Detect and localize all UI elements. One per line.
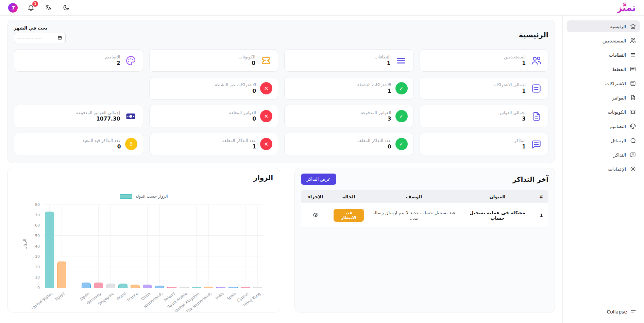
y-axis-tick-label: 0 — [26, 286, 40, 290]
tickets-column-header: الوصف — [367, 190, 461, 203]
y-axis-tick-label: 80 — [26, 202, 40, 207]
x-axis-tick-label: France — [126, 291, 139, 303]
page-title: الرئيسية — [519, 31, 548, 39]
palette-icon — [630, 123, 636, 129]
sidebar-item-7[interactable]: التصاميم — [567, 120, 640, 132]
dark-mode-button[interactable] — [63, 4, 71, 12]
bar-Saudi Arabia[interactable] — [180, 287, 189, 288]
sidebar-item-3[interactable]: الخطط — [567, 63, 640, 75]
visitors-bar-chart: 01020304050607080الزوارUnited StatesEgyp… — [21, 201, 273, 312]
bar-United States[interactable] — [45, 212, 54, 288]
month-input-value: --------- ---- — [17, 36, 43, 40]
bar-Poland[interactable] — [167, 287, 176, 288]
lines-icon — [630, 52, 636, 58]
x-axis-tick-label: Spain — [226, 291, 237, 301]
chatlines-icon — [630, 151, 636, 158]
topbar: T 1 تميَّز — [0, 0, 644, 16]
sidebar-item-9[interactable]: التذاكر — [567, 149, 640, 161]
collapse-label: Collapse — [607, 309, 627, 315]
x-axis-tick-label: United States — [31, 291, 53, 310]
app-logo[interactable]: تميَّز — [617, 2, 636, 13]
sidebar-item-2[interactable]: النطاقات — [567, 49, 640, 61]
bar-India[interactable] — [216, 287, 225, 288]
sidebar-item-label: الخطط — [612, 67, 626, 72]
stat-card-13: ✓ عدد التذاكر المغلقة 0 — [284, 133, 413, 155]
sidebar-nav: الرئيسية المستخدمين النطاقات الخطط الاشت… — [567, 20, 640, 177]
bar-Japan[interactable] — [82, 283, 91, 288]
bar-Brazil[interactable] — [118, 284, 128, 288]
view-ticket-eye-icon[interactable] — [312, 212, 319, 218]
language-button[interactable] — [45, 4, 53, 12]
translate-icon — [45, 6, 52, 13]
bar-Germany[interactable] — [94, 283, 103, 288]
sidebar-item-10[interactable]: الإعدادات — [567, 163, 640, 175]
chart-plot-area — [43, 205, 264, 288]
sidebar-item-6[interactable]: الكوبونات — [567, 106, 640, 118]
calendar-icon[interactable] — [57, 35, 62, 41]
month-input[interactable]: --------- ---- — [14, 33, 66, 43]
stat-label: عدد التذاكر المغلقة — [357, 138, 391, 143]
sidebar-item-8[interactable]: الرسائل — [567, 134, 640, 146]
bar-The Netherlands[interactable] — [204, 287, 213, 288]
bar-Egypt[interactable] — [57, 262, 66, 288]
y-axis-tick-label: 60 — [26, 223, 40, 228]
stat-value: 0 — [357, 143, 391, 150]
tickets-column-header: # — [534, 190, 548, 203]
sidebar-item-label: الرئيسية — [610, 24, 626, 29]
chart-title: الزوار — [15, 174, 273, 182]
bar-France[interactable] — [131, 285, 140, 288]
green-status-icon: ✓ — [395, 82, 408, 94]
view-tickets-button[interactable]: عرض التذاكر — [301, 174, 336, 185]
y-axis-tick-label: 30 — [26, 254, 40, 259]
ticket-row: 1 مشكلة في عملية تسجيل حساب عند تسجيل حس… — [301, 203, 548, 228]
y-axis-tick-label: 40 — [26, 244, 40, 249]
stat-card-1: النطاقات 1 — [284, 49, 413, 72]
stat-value: 0 — [229, 115, 256, 122]
bar-China[interactable] — [143, 285, 152, 288]
invoice-icon — [630, 94, 636, 101]
stat-card-15: ! عدد التذاكر قيد التنفيذ 0 — [14, 133, 143, 155]
stat-value: 1 — [514, 143, 526, 150]
bar-Singapore[interactable] — [106, 284, 115, 288]
bar-Netherlands[interactable] — [155, 286, 164, 288]
latest-tickets-panel: آخر التذاكر عرض التذاكر #العنوانالوصفالح… — [294, 168, 555, 312]
stat-value: 1 — [493, 88, 526, 94]
sidebar-item-0[interactable]: الرئيسية — [567, 20, 640, 32]
month-search-label: بحث في الشهر — [14, 25, 47, 31]
stat-label: عدد التذاكر قيد التنفيذ — [82, 138, 121, 143]
sidebar-item-4[interactable]: الاشتراكات — [567, 77, 640, 89]
bar-Cyprus[interactable] — [241, 287, 250, 288]
ticket-icon — [259, 55, 272, 66]
legend-swatch — [120, 194, 132, 199]
sidebar-item-5[interactable]: الفواتير — [567, 92, 640, 104]
bar-United Kingdom[interactable] — [192, 287, 201, 288]
stat-label: النطاقات — [375, 54, 391, 60]
stat-label: إجمالي الفواتير — [499, 110, 526, 115]
tickets-column-header: الحالة — [330, 190, 367, 203]
chart-legend[interactable]: الزوار حسب الدولة — [15, 194, 273, 199]
notifications-button[interactable]: 1 — [27, 4, 35, 12]
palette-icon — [124, 55, 137, 66]
tickets-column-header: الإجراء — [301, 190, 330, 203]
sidebar-collapse-button[interactable]: Collapse — [567, 307, 640, 317]
x-axis-tick-label: India — [215, 291, 225, 301]
y-axis-tick-label: 50 — [26, 234, 40, 238]
user-avatar[interactable]: T — [8, 3, 18, 13]
green-status-icon: ✓ — [395, 138, 408, 150]
bar-Hong Kong[interactable] — [253, 287, 262, 288]
sidebar-item-label: المستخدمين — [603, 38, 626, 43]
sidebar-item-label: الإعدادات — [608, 166, 626, 172]
y-axis-tick-label: 70 — [26, 213, 40, 217]
x-axis-tick-label: Brazil — [116, 291, 127, 301]
stat-value: 0 — [215, 88, 256, 94]
legend-label: الزوار حسب الدولة — [135, 194, 168, 199]
stat-card-9: ✓ الفواتير المدفوعة 3 — [284, 105, 413, 127]
bar-Spain[interactable] — [228, 287, 238, 288]
sidebar-item-label: الكوبونات — [608, 109, 626, 115]
stat-value: 1077.30 — [76, 115, 120, 122]
stat-value: 3 — [499, 115, 526, 122]
users-icon — [630, 37, 636, 44]
sidebar-item-label: التصاميم — [610, 124, 626, 129]
stat-label: الفواتير المعلقة — [229, 110, 256, 115]
sidebar-item-1[interactable]: المستخدمين — [567, 35, 640, 47]
